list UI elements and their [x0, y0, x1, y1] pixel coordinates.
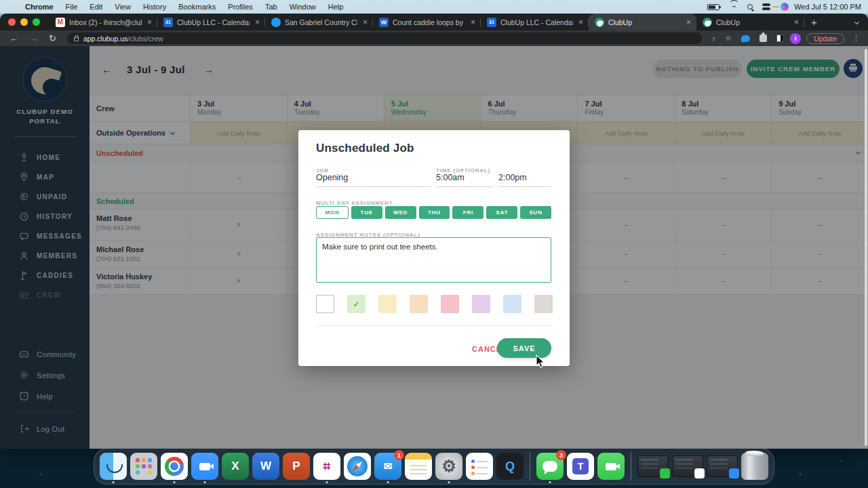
dock-quicktime-icon[interactable]: Q — [496, 453, 524, 480]
menubar-menu-history[interactable]: History — [137, 3, 172, 11]
color-swatch[interactable]: ✓ — [347, 295, 366, 313]
browser-window: MInbox (2) - ihirsch@clubup.com×31ClubUp… — [0, 14, 868, 449]
tab-close-icon[interactable]: × — [146, 18, 153, 27]
color-swatch[interactable] — [534, 295, 553, 313]
menubar-menu-view[interactable]: View — [108, 3, 137, 11]
tab-close-icon[interactable]: × — [361, 18, 369, 27]
tab-close-icon[interactable]: × — [577, 18, 585, 27]
dock-trash-icon[interactable] — [741, 453, 768, 480]
dock-launchpad-icon[interactable] — [130, 453, 157, 480]
unscheduled-job-modal: Unscheduled Job JOB TIME (OPTIONAL) MULT… — [298, 130, 570, 366]
lock-icon[interactable] — [74, 37, 79, 41]
modal-title: Unscheduled Job — [316, 142, 414, 155]
dock-mail-icon[interactable]: ✉1 — [374, 453, 401, 480]
bookmark-star-icon[interactable]: ☆ — [722, 34, 735, 43]
dock-reminders-icon[interactable] — [466, 453, 493, 480]
forward-button[interactable]: → — [25, 33, 42, 43]
reload-button[interactable]: ↻ — [45, 33, 60, 43]
menubar-menu-bookmarks[interactable]: Bookmarks — [172, 3, 222, 11]
control-center-icon[interactable] — [781, 3, 789, 11]
browser-tab[interactable]: ClubUp× — [696, 14, 804, 30]
color-swatch[interactable] — [441, 295, 459, 313]
day-toggle-thu[interactable]: THU — [419, 206, 450, 219]
profile-avatar[interactable]: I — [790, 33, 801, 44]
camera-icon — [606, 463, 616, 470]
share-icon[interactable]: ↑ — [709, 35, 719, 43]
time-start-input[interactable] — [436, 173, 493, 187]
color-swatch[interactable] — [316, 295, 334, 313]
battery-icon[interactable] — [707, 4, 719, 10]
dock-word-icon[interactable]: W — [252, 453, 279, 480]
menubar-menu-tab[interactable]: Tab — [259, 3, 283, 11]
menubar-menu-file[interactable]: File — [60, 3, 84, 11]
browser-tab[interactable]: WCount caddie loops by service× — [373, 14, 481, 30]
day-toggle-sat[interactable]: SAT — [486, 206, 517, 219]
browser-tab[interactable]: 31ClubUp LLC - Calendar - July 2× — [157, 14, 265, 30]
color-swatch[interactable] — [503, 295, 521, 313]
dock-settings-icon[interactable]: ⚙ — [435, 453, 462, 480]
dock-slack-icon[interactable]: ⌗ — [313, 453, 340, 480]
wifi-icon[interactable] — [729, 3, 738, 10]
menubar-menu-chrome[interactable]: Chrome — [19, 3, 60, 11]
menubar-menu-window[interactable]: Window — [283, 3, 322, 11]
extensions-puzzle-icon[interactable] — [756, 35, 770, 42]
minimized-window-messages[interactable] — [637, 455, 669, 477]
day-toggle-tue[interactable]: TUE — [351, 206, 382, 219]
tab-title: ClubUp — [716, 18, 789, 26]
messages-mini-icon — [660, 468, 670, 479]
browser-tab[interactable]: San Gabriel Country Club | Acc× — [265, 14, 373, 30]
running-indicator-dot — [204, 481, 206, 483]
menu-extra-icon[interactable] — [762, 3, 771, 10]
dock-messages-icon[interactable]: 3 — [536, 453, 564, 480]
dock-teams-icon[interactable]: T — [567, 453, 594, 480]
menubar-menu-profiles[interactable]: Profiles — [222, 3, 259, 11]
dock-powerpoint-icon[interactable]: P — [283, 453, 310, 480]
browser-menu-icon[interactable]: ⋮ — [850, 34, 863, 43]
new-tab-button[interactable]: + — [804, 14, 824, 30]
page-scrollbar[interactable] — [865, 49, 867, 446]
fullscreen-window-button[interactable] — [33, 18, 40, 26]
tab-close-icon[interactable]: × — [469, 18, 477, 27]
dock-zoom-icon[interactable] — [191, 453, 218, 480]
spotlight-icon[interactable] — [747, 4, 753, 9]
dock-safari-icon[interactable] — [344, 453, 371, 480]
menubar-menu-help[interactable]: Help — [322, 3, 350, 11]
camera-icon — [199, 463, 210, 470]
day-toggle-mon[interactable]: MON — [316, 206, 349, 219]
job-input[interactable] — [316, 173, 431, 187]
dock-divider-1 — [530, 452, 530, 481]
menubar-menu-edit[interactable]: Edit — [83, 3, 108, 11]
chrome-update-button[interactable]: Update — [806, 33, 844, 44]
menubar-clock[interactable]: Wed Jul 5 12:00 PM — [794, 3, 861, 11]
running-indicator-dot — [326, 481, 328, 483]
dock-finder-icon[interactable] — [100, 453, 127, 480]
dock-chrome-icon[interactable] — [161, 453, 188, 480]
browser-tab[interactable]: 31ClubUp LLC - Calendar - July 2× — [481, 14, 589, 30]
dock-notes-icon[interactable] — [405, 453, 432, 480]
color-swatch[interactable] — [378, 295, 397, 313]
browser-tab[interactable]: ClubUp× — [589, 14, 696, 30]
tab-close-icon[interactable]: × — [793, 18, 800, 27]
close-window-button[interactable] — [8, 18, 16, 26]
tab-search-chevron-icon[interactable] — [855, 14, 859, 30]
assignment-notes-textarea[interactable]: Make sure to print out tee sheets. — [316, 237, 551, 283]
minimized-window-slack[interactable]: ⌗ — [672, 455, 703, 477]
tab-close-icon[interactable]: × — [254, 18, 261, 27]
tab-close-icon[interactable]: × — [685, 18, 692, 27]
address-bar[interactable]: app.clubup.us/clubs/crew — [67, 33, 702, 44]
dock-excel-icon[interactable]: X — [222, 453, 249, 480]
color-swatch[interactable] — [472, 295, 490, 313]
extension-blue-icon[interactable] — [738, 35, 753, 42]
day-toggle-sun[interactable]: SUN — [520, 206, 551, 219]
extension-contrast-icon[interactable] — [773, 35, 787, 42]
color-swatch[interactable] — [410, 295, 428, 313]
dock-facetime-icon[interactable] — [597, 453, 625, 480]
day-toggle-wed[interactable]: WED — [385, 206, 416, 219]
back-button[interactable]: ← — [5, 33, 22, 43]
day-toggle-fri[interactable]: FRI — [452, 206, 484, 219]
gcal-favicon-icon: 31 — [163, 18, 173, 27]
minimized-window-zoom[interactable] — [707, 455, 738, 477]
minimize-window-button[interactable] — [20, 18, 28, 26]
browser-tab[interactable]: MInbox (2) - ihirsch@clubup.com× — [50, 14, 157, 30]
time-end-input[interactable] — [498, 173, 551, 187]
